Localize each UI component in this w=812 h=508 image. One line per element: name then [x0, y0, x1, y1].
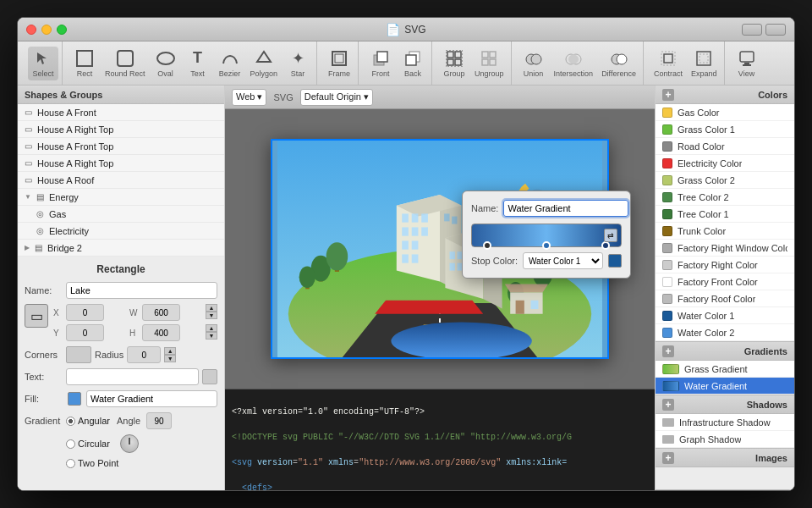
tool-select[interactable]: Select: [28, 47, 58, 80]
list-item[interactable]: ▭ House A Front: [18, 104, 224, 121]
grad-name-input[interactable]: [503, 200, 628, 217]
two-point-radio[interactable]: [66, 459, 75, 468]
x-coord: X: [53, 304, 126, 321]
tool-union[interactable]: Union: [518, 47, 549, 80]
close-button[interactable]: [26, 25, 36, 35]
radius-stepper-down[interactable]: ▼: [164, 355, 176, 362]
tool-round-rect[interactable]: Round Rect: [102, 47, 149, 80]
circular-radio[interactable]: [66, 439, 75, 449]
colors-add-btn[interactable]: +: [662, 89, 674, 101]
tool-frame[interactable]: Frame: [324, 47, 354, 80]
color-swatch: [662, 226, 672, 236]
color-item-tree2[interactable]: Tree Color 2: [656, 189, 794, 206]
xw-stepper-down[interactable]: ▼: [206, 312, 217, 319]
tool-intersection[interactable]: Intersection: [551, 47, 597, 80]
fill-label: Fill:: [25, 394, 63, 404]
tool-contract[interactable]: Contract: [650, 47, 686, 80]
tool-oval[interactable]: Oval: [151, 47, 181, 80]
text-input[interactable]: [66, 368, 199, 385]
radius-stepper-up[interactable]: ▲: [164, 347, 176, 355]
grad-stop-left[interactable]: [483, 241, 491, 250]
gradient-item-water[interactable]: Water Gradient: [656, 378, 794, 395]
tool-bezier[interactable]: Bezier: [215, 47, 245, 80]
list-item[interactable]: ◎ Gas: [18, 206, 224, 223]
list-item[interactable]: ▭ House A Roof: [18, 172, 224, 189]
canvas-container[interactable]: Name: ⇄ Stop Color: Water: [225, 109, 655, 389]
angular-radio[interactable]: [66, 417, 75, 426]
shadows-add-btn[interactable]: +: [662, 399, 674, 411]
color-item-factory-right-window[interactable]: Factory Right Window Color: [656, 240, 794, 257]
tool-view[interactable]: View: [732, 47, 762, 80]
web-selector[interactable]: Web ▾: [232, 89, 266, 106]
shadow-item-infrastructure[interactable]: Infrastructure Shadow: [656, 414, 794, 431]
angular-option[interactable]: Angular: [66, 416, 110, 426]
list-item[interactable]: ▭ House A Right Top: [18, 121, 224, 138]
tool-text[interactable]: T Text: [183, 47, 213, 80]
minimize-button[interactable]: [41, 25, 52, 35]
list-item[interactable]: ▭ House A Right Top: [18, 155, 224, 172]
window-btn-1[interactable]: [742, 24, 762, 36]
color-item-electricity[interactable]: Electricity Color: [656, 155, 794, 172]
tool-difference[interactable]: Difference: [598, 47, 639, 80]
grad-reverse-btn[interactable]: ⇄: [604, 229, 617, 242]
gradients-list: Grass Gradient Water Gradient: [656, 361, 794, 395]
tool-group[interactable]: Group: [439, 47, 469, 80]
stop-color-select[interactable]: Water Color 1 Water Color 2: [523, 252, 603, 269]
origin-selector[interactable]: Default Origin ▾: [300, 89, 373, 106]
union-icon: [524, 49, 543, 68]
tool-front[interactable]: Front: [365, 47, 396, 80]
color-item-grass1[interactable]: Grass Color 1: [656, 121, 794, 138]
angle-input[interactable]: [146, 412, 172, 429]
yh-stepper-down[interactable]: ▼: [206, 332, 217, 340]
shape-thumbnail-icon: ◎: [36, 226, 44, 235]
x-input[interactable]: [66, 304, 104, 321]
gradient-item-grass[interactable]: Grass Gradient: [656, 361, 794, 378]
maximize-button[interactable]: [57, 25, 67, 35]
tool-rect[interactable]: Rect: [69, 47, 100, 80]
circular-option[interactable]: Circular: [66, 439, 110, 449]
name-input[interactable]: [66, 282, 217, 299]
xw-stepper-up[interactable]: ▲: [206, 304, 217, 312]
stop-color-swatch[interactable]: [608, 254, 622, 268]
color-item-gas[interactable]: Gas Color: [656, 104, 794, 121]
fill-swatch[interactable]: [68, 392, 81, 406]
grad-preview[interactable]: ⇄: [471, 224, 622, 247]
list-item[interactable]: ▶ ▤ Bridge 2: [18, 240, 224, 257]
tool-expand[interactable]: Expand: [688, 47, 721, 80]
color-item-road[interactable]: Road Color: [656, 138, 794, 155]
tool-star[interactable]: ✦ Star: [283, 47, 313, 80]
fill-dropdown[interactable]: Water Gradient: [86, 390, 217, 407]
grad-stop-mid[interactable]: [542, 241, 551, 250]
angle-knob[interactable]: [120, 434, 139, 453]
yh-stepper-up[interactable]: ▲: [206, 324, 217, 332]
list-item[interactable]: ▭ House A Front Top: [18, 138, 224, 155]
tool-polygon[interactable]: Polygon: [247, 47, 282, 80]
shadow-item-graph[interactable]: Graph Shadow: [656, 431, 794, 448]
color-item-factory-right[interactable]: Factory Right Color: [656, 257, 794, 273]
color-item-water1[interactable]: Water Color 1: [656, 307, 794, 324]
tool-back[interactable]: Back: [398, 47, 428, 80]
color-item-factory-front[interactable]: Factory Front Color: [656, 273, 794, 290]
tool-ungroup[interactable]: Ungroup: [471, 47, 508, 80]
gradients-add-btn[interactable]: +: [662, 345, 674, 357]
grad-stop-right[interactable]: [601, 241, 610, 250]
radius-input[interactable]: [127, 346, 161, 363]
color-item-trunk[interactable]: Trunk Color: [656, 223, 794, 240]
text-expand-btn[interactable]: [202, 369, 217, 384]
two-point-option[interactable]: Two Point: [66, 458, 118, 468]
w-input[interactable]: [142, 304, 180, 321]
code-editor[interactable]: <?xml version="1.0" encoding="UTF-8"?> <…: [225, 389, 655, 490]
list-item[interactable]: ◎ Electricity: [18, 223, 224, 240]
images-add-btn[interactable]: +: [662, 452, 674, 464]
view-icon: [738, 49, 756, 68]
y-input[interactable]: [66, 324, 104, 341]
window-btn-2[interactable]: [765, 24, 786, 36]
group-label: Group: [444, 69, 465, 78]
color-item-factory-roof[interactable]: Factory Roof Color: [656, 290, 794, 307]
h-input[interactable]: [142, 324, 180, 341]
gradient-thumb: [662, 364, 679, 374]
color-item-tree1[interactable]: Tree Color 1: [656, 206, 794, 223]
color-item-water2[interactable]: Water Color 2: [656, 324, 794, 341]
color-item-grass2[interactable]: Grass Color 2: [656, 172, 794, 189]
list-item[interactable]: ▼ ▤ Energy: [18, 189, 224, 206]
